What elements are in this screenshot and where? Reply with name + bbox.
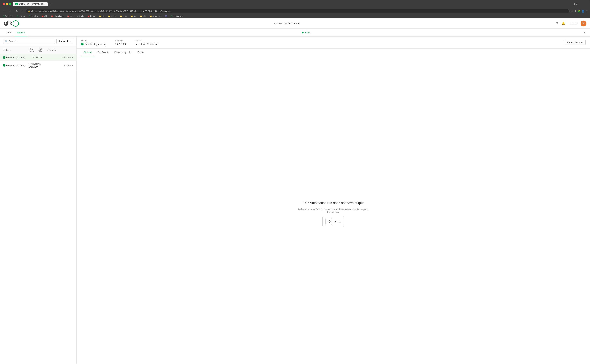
extensions-icon[interactable]: 🧩 [577, 10, 580, 13]
empty-state: This Automation run does not have output… [77, 56, 590, 364]
col-time-started: Time started ⇅ [28, 48, 39, 53]
bookmark-label: iqlikdev [31, 15, 38, 17]
result-tabs: Output Per Block Chronologically Errors [77, 49, 590, 56]
help-icon[interactable]: ? [556, 21, 559, 26]
row2-duration: 1 second [55, 63, 73, 68]
minimize-button[interactable] [6, 3, 8, 5]
bookmark-icon[interactable]: ☆ [571, 10, 573, 13]
window-controls-select[interactable]: ⬇ [573, 3, 578, 6]
bookmark-label: Qlik Help [5, 15, 13, 17]
table-body: Finished (manual) 14:15:19 <1 second [0, 54, 76, 363]
menu-icon[interactable]: ⋮ [585, 10, 588, 13]
status-label: Status [81, 39, 106, 42]
settings-icon[interactable]: ⚙ [584, 31, 586, 34]
nav-actions: ☆ ⬇ 🧩 👤 ⋮ [571, 10, 588, 13]
tab-history[interactable]: History [14, 29, 28, 36]
search-input[interactable] [9, 40, 53, 43]
row2-title [42, 63, 55, 68]
bookmark-community[interactable]: Q community [170, 15, 183, 18]
export-button[interactable]: Export this run [564, 39, 586, 45]
reload-button[interactable]: ↻ [15, 9, 19, 13]
bookmark-board[interactable]: 🐙 board [86, 15, 96, 18]
profile-icon[interactable]: 👤 [581, 10, 584, 13]
logo-circle [13, 20, 19, 26]
main-layout: 🔍 Status: All ▾ Status ⇅ [0, 37, 590, 364]
status-dot-icon [3, 64, 6, 67]
sort-time-icon[interactable]: ⇅ [37, 49, 39, 51]
bookmark-qlikdev[interactable]: Q qlikdev [16, 15, 26, 18]
status-info-group: Status Finished (manual) [81, 39, 106, 46]
status-dot-icon [81, 43, 84, 45]
bookmark-label: community [173, 15, 183, 17]
eye-icon [327, 220, 331, 223]
bookmark-repos[interactable]: 📁 repos [107, 15, 117, 18]
window-controls: ⬇ [573, 3, 587, 6]
run-details-header: Status Finished (manual) Started at 14:1… [77, 37, 590, 49]
bookmark-resources[interactable]: 📁 resources [149, 15, 162, 18]
empty-description: Add one or more Output blocks to your Au… [297, 208, 370, 213]
search-input-wrap[interactable]: 🔍 [3, 39, 55, 44]
bookmark-envs[interactable]: 📁 envs [119, 15, 128, 18]
bookmark-label: resources [152, 15, 161, 17]
tab-chronologically[interactable]: Chronologically [111, 49, 135, 56]
row2-status: Finished (manual) [3, 63, 28, 68]
bookmark-label: qw [102, 15, 105, 17]
tab-edit[interactable]: Edit [4, 29, 14, 36]
status-filter-dropdown[interactable]: Status: All ▾ [56, 39, 73, 44]
close-button[interactable] [3, 3, 5, 5]
right-panel: Status Finished (manual) Started at 14:1… [77, 37, 590, 364]
bookmark-qlik-help[interactable]: Q Qlik Help [2, 15, 14, 18]
bookmark-qw[interactable]: 📁 qw [98, 15, 105, 18]
row2-time-value: 15/05/2023, 17:40:10 [28, 63, 42, 68]
bookmark-tz[interactable]: TZ [164, 15, 168, 18]
traffic-lights [3, 3, 11, 5]
row1-time-value: 14:15:19 [33, 56, 42, 59]
active-tab[interactable]: Q Qlik Cloud | Automations ✕ [13, 2, 48, 6]
search-icon: 🔍 [5, 40, 8, 43]
filter-icon[interactable]: ⊿ [47, 49, 49, 51]
browser-window: Q Qlik Cloud | Automations ✕ + ⬇ ← → ↻ ⌂… [0, 0, 590, 364]
app-header: Qlik Create new connection ? 🔔 ⋮⋮⋮ DC [0, 18, 590, 29]
sort-status-icon[interactable]: ⇅ [10, 49, 11, 51]
tab-errors[interactable]: Errors [135, 49, 147, 56]
col-run-title: Run title ⊿ [39, 48, 49, 53]
bookmark-qlik2[interactable]: 📁 qlik [139, 15, 146, 18]
empty-title: This Automation run does not have output [303, 201, 364, 205]
home-button[interactable]: ⌂ [20, 9, 24, 13]
col-duration: Duration [49, 48, 67, 53]
bookmark-pm[interactable]: 📁 pm [130, 15, 137, 18]
run-button[interactable]: ▶ Run [302, 31, 310, 34]
forward-button[interactable]: → [8, 9, 13, 13]
bookmark-iqlkdev[interactable]: Q iqlikdev [28, 15, 38, 18]
tab-close-icon[interactable]: ✕ [44, 3, 45, 5]
download-icon[interactable]: ⬇ [574, 10, 576, 13]
status-text: Finished (manual) [6, 56, 25, 59]
bookmark-qlik-private[interactable]: 🐙 qlik-private [50, 15, 64, 18]
avatar[interactable]: DC [581, 21, 586, 26]
row2-time: 15/05/2023, 17:40:10 [28, 63, 42, 68]
col-duration-label: Duration [49, 49, 57, 51]
bookmark-real-qlik[interactable]: 🐙 no, the real qlik [66, 15, 85, 18]
maximize-button[interactable] [9, 3, 11, 5]
bookmark-label: no, the real qlik [70, 15, 84, 17]
svg-point-0 [328, 221, 329, 222]
run-info-grid: Status Finished (manual) Started at 14:1… [81, 39, 159, 46]
bookmark-label: envs [123, 15, 127, 17]
bookmark-qlik-github[interactable]: 🐙 qlik [41, 15, 48, 18]
address-text: platformoperations.eu.qlikcloud.com/auto… [31, 10, 171, 12]
row1-duration: <1 second [55, 56, 73, 59]
new-tab-button[interactable]: + [49, 2, 53, 6]
tab-output[interactable]: Output [81, 49, 94, 56]
logo-text: Qlik [4, 21, 12, 26]
status-value-text: Finished (manual) [85, 42, 106, 46]
apps-icon[interactable]: ⋮⋮⋮ [568, 21, 578, 26]
tab-per-block[interactable]: Per Block [94, 49, 111, 56]
table-row[interactable]: Finished (manual) 15/05/2023, 17:40:10 1… [0, 61, 76, 70]
back-button[interactable]: ← [2, 9, 7, 13]
address-bar[interactable]: 🔒 platformoperations.eu.qlikcloud.com/au… [26, 9, 570, 13]
status-badge: Finished (manual) [3, 56, 25, 59]
row1-status: Finished (manual) [3, 56, 28, 59]
table-row[interactable]: Finished (manual) 14:15:19 <1 second [0, 54, 76, 61]
notification-icon[interactable]: 🔔 [561, 21, 566, 26]
status-dot-icon [3, 56, 6, 59]
